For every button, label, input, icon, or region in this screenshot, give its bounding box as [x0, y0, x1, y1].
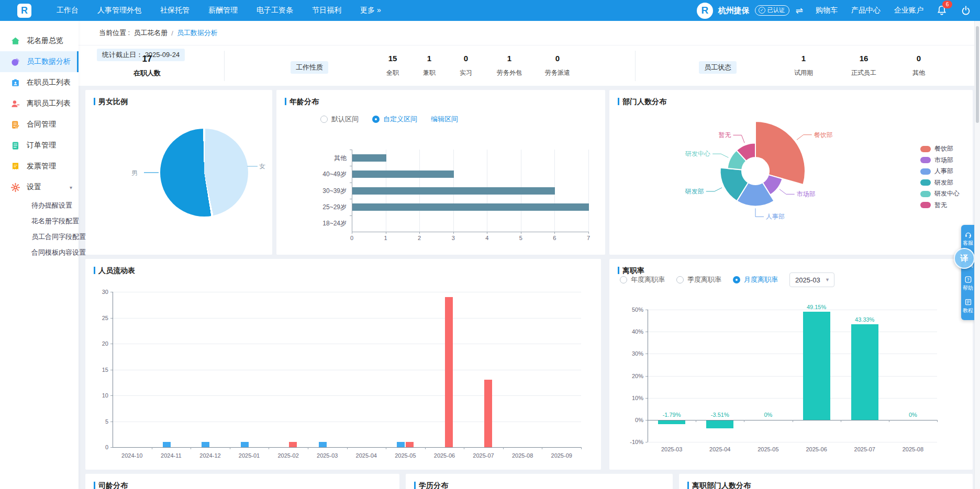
category-label: 30~39岁: [310, 187, 347, 196]
logout-power-icon[interactable]: [960, 5, 972, 16]
category-label: 25~29岁: [310, 203, 347, 212]
nav-menu-item-4[interactable]: 电子工资条: [257, 6, 293, 15]
flow-bar-blue[interactable]: [397, 442, 405, 447]
breadcrumb-current[interactable]: 员工数据分析: [177, 28, 218, 38]
radio-annual-turnover[interactable]: 年度离职率: [620, 275, 665, 285]
bar-value-label: 43.33%: [844, 316, 886, 323]
turnover-bar[interactable]: [706, 420, 733, 428]
radio-default-range[interactable]: 默认区间: [320, 115, 359, 124]
flow-bar-red[interactable]: [406, 442, 414, 447]
legend-label: 研发中心: [934, 189, 960, 198]
legend-item-2[interactable]: 人事部: [920, 167, 953, 176]
divider: [224, 51, 225, 81]
flow-bar-blue[interactable]: [241, 442, 249, 447]
sidebar-item-5[interactable]: 订单管理: [0, 135, 79, 156]
sidebar-item-label: 离职员工列表: [27, 99, 71, 108]
gridline: [113, 344, 581, 344]
radio-icon[interactable]: [372, 116, 380, 123]
radio-icon[interactable]: [320, 116, 328, 123]
contract-icon: [10, 120, 20, 130]
scrollbar-thumb[interactable]: [976, 26, 979, 123]
legend-item-0[interactable]: 餐饮部: [920, 144, 953, 153]
home-icon: [10, 36, 20, 46]
nav-menu-item-5[interactable]: 节日福利: [312, 6, 341, 15]
legend-item-3[interactable]: 研发部: [920, 178, 953, 187]
flow-bar-blue[interactable]: [319, 442, 327, 447]
nav-menu-item-3[interactable]: 薪酬管理: [208, 6, 238, 15]
sidebar-item-2[interactable]: 在职员工列表: [0, 72, 79, 93]
nav-menu-item-0[interactable]: 工作台: [57, 6, 79, 15]
switch-account-icon[interactable]: ⇌: [796, 5, 803, 16]
axis-tick: [581, 447, 582, 449]
x-tick-label: 2025-06: [799, 446, 834, 452]
breadcrumb-separator: /: [171, 29, 173, 37]
flow-bar-blue[interactable]: [163, 442, 171, 447]
legend-item-5[interactable]: 暂无: [920, 201, 947, 210]
flow-bar-blue[interactable]: [202, 442, 209, 447]
pie-slice-area[interactable]: [160, 129, 248, 217]
nav-link-2[interactable]: 企业账户: [894, 6, 923, 15]
radio-quarterly-turnover[interactable]: 季度离职率: [676, 275, 721, 285]
sidebar-subitem-3[interactable]: 合同模板内容设置: [0, 245, 79, 260]
summary-stats-card: 统计截止日： 2025-09-24 17 在职人数 工作性质 15全职1兼职0实…: [79, 46, 976, 86]
sidebar-subitem-1[interactable]: 花名册字段配置: [0, 213, 79, 229]
axis-tick: [793, 420, 793, 422]
verified-badge[interactable]: ✓ 已认证: [755, 5, 789, 16]
flow-bar-red[interactable]: [289, 442, 297, 447]
age-bar[interactable]: [352, 154, 386, 162]
sidebar-item-6[interactable]: 发票管理: [0, 156, 79, 177]
axis-tick: [350, 215, 352, 216]
gridline: [113, 370, 581, 370]
sidebar-item-label: 员工数据分析: [27, 57, 71, 66]
toolbar-book-button[interactable]: 教程: [961, 295, 975, 317]
flow-bar-red[interactable]: [484, 380, 492, 447]
radio-icon[interactable]: [733, 276, 740, 283]
department-rose-chart[interactable]: 餐饮部市场部人事部研发部研发中心暂无: [609, 90, 973, 255]
personnel-flow-panel: 人员流动表 0510152025302024-102024-112024-122…: [85, 259, 601, 470]
sidebar-item-1[interactable]: 员工数据分析: [0, 51, 79, 72]
company-logo-icon[interactable]: R: [697, 3, 713, 19]
sidebar-subitem-2[interactable]: 员工合同字段配置: [0, 229, 79, 245]
sidebar-subitem-0[interactable]: 待办提醒设置: [0, 198, 79, 213]
sidebar-item-4[interactable]: 合同管理: [0, 114, 79, 135]
sidebar-item-3[interactable]: 离职员工列表: [0, 93, 79, 114]
breadcrumb-root[interactable]: 员工花名册: [133, 28, 168, 38]
gridline: [648, 310, 937, 310]
turnover-bar[interactable]: [658, 420, 685, 425]
turnover-bar[interactable]: [803, 312, 830, 420]
nav-menu-item-2[interactable]: 社保托管: [160, 6, 190, 15]
age-bar[interactable]: [352, 187, 555, 195]
edit-range-link[interactable]: 编辑区间: [431, 115, 458, 124]
breadcrumb: 当前位置 : 员工花名册 / 员工数据分析: [79, 21, 976, 46]
month-select[interactable]: 2025-03 ▼: [789, 272, 834, 287]
turnover-bar[interactable]: [851, 324, 878, 420]
brand-logo-icon[interactable]: R: [17, 4, 31, 18]
axis-tick: [464, 447, 464, 449]
radio-monthly-turnover[interactable]: 月度离职率: [733, 275, 778, 285]
legend-item-4[interactable]: 研发中心: [920, 189, 960, 198]
toolbar-headset-button[interactable]: 客服: [961, 228, 975, 250]
x-tick-label: 2025-07: [847, 446, 883, 452]
radio-icon[interactable]: [620, 276, 627, 283]
stat-value: 0: [534, 54, 581, 63]
translate-button[interactable]: 译: [954, 248, 975, 269]
sidebar-item-7[interactable]: 设置▾: [0, 177, 79, 198]
scrollbar-track[interactable]: [974, 21, 980, 489]
legend-item-1[interactable]: 市场部: [920, 156, 953, 165]
age-bar[interactable]: [352, 170, 454, 178]
radio-icon[interactable]: [676, 276, 684, 283]
notification-bell-icon[interactable]: 6: [936, 5, 948, 16]
category-label: 其他: [310, 154, 347, 163]
nav-menu-item-6[interactable]: 更多 »: [360, 6, 381, 15]
nav-menu-item-1[interactable]: 人事管理外包: [97, 6, 141, 15]
radio-label: 自定义区间: [383, 115, 417, 124]
radio-custom-range[interactable]: 自定义区间: [372, 115, 417, 124]
gridline: [588, 150, 589, 232]
age-bar[interactable]: [352, 203, 589, 211]
nav-link-1[interactable]: 产品中心: [851, 6, 881, 15]
flow-bar-red[interactable]: [445, 297, 453, 447]
sidebar-item-0[interactable]: 花名册总览: [0, 30, 79, 51]
legend-swatch: [920, 191, 931, 197]
nav-link-0[interactable]: 购物车: [816, 6, 838, 15]
toolbar-question-button[interactable]: ?帮助: [961, 272, 975, 295]
